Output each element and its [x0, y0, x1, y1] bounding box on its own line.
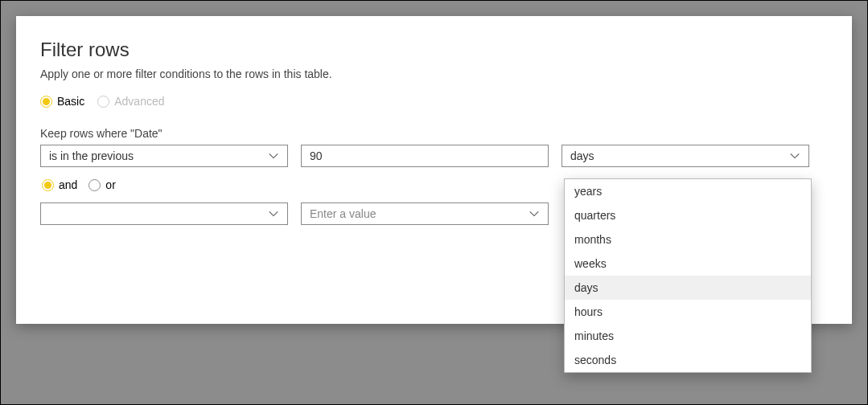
operator-select-2[interactable] — [40, 202, 288, 225]
dialog-subtitle: Apply one or more filter conditions to t… — [40, 68, 828, 80]
unit-select-1-value: days — [570, 149, 594, 162]
dialog-title: Filter rows — [40, 39, 828, 61]
chevron-down-icon — [268, 208, 279, 219]
mode-selector: Basic Advanced — [40, 95, 828, 108]
chevron-down-icon — [529, 208, 540, 219]
mode-advanced-radio[interactable]: Advanced — [97, 95, 164, 108]
value-input-2-placeholder: Enter a value — [310, 207, 376, 220]
radio-icon — [88, 179, 101, 191]
logical-and-radio[interactable]: and — [42, 178, 77, 191]
logical-or-radio[interactable]: or — [88, 178, 115, 191]
radio-icon — [40, 96, 52, 108]
logical-or-label: or — [105, 178, 115, 191]
radio-icon — [97, 96, 109, 108]
unit-option-weeks[interactable]: weeks — [565, 252, 811, 276]
operator-select-1[interactable]: is in the previous — [40, 145, 288, 167]
value-input-2[interactable]: Enter a value — [301, 202, 549, 225]
radio-icon — [42, 179, 54, 191]
keep-rows-label: Keep rows where "Date" — [40, 127, 828, 140]
mode-basic-label: Basic — [57, 95, 84, 108]
unit-dropdown-menu: yearsquartersmonthsweeksdayshoursminutes… — [564, 178, 812, 373]
chevron-down-icon — [268, 150, 279, 162]
value-input-1-wrapper — [301, 145, 549, 167]
logical-and-label: and — [59, 178, 77, 191]
unit-option-months[interactable]: months — [565, 227, 811, 252]
unit-option-days[interactable]: days — [565, 276, 811, 300]
value-input-1[interactable] — [310, 149, 540, 162]
unit-option-seconds[interactable]: seconds — [565, 348, 811, 372]
mode-basic-radio[interactable]: Basic — [40, 95, 84, 108]
unit-option-quarters[interactable]: quarters — [565, 203, 811, 227]
operator-select-1-value: is in the previous — [49, 149, 134, 162]
unit-option-years[interactable]: years — [565, 179, 811, 203]
mode-advanced-label: Advanced — [114, 95, 164, 108]
unit-select-1[interactable]: days — [562, 145, 809, 167]
unit-option-hours[interactable]: hours — [565, 300, 811, 324]
unit-option-minutes[interactable]: minutes — [565, 324, 811, 348]
filter-condition-row-1: is in the previous days — [40, 145, 828, 167]
chevron-down-icon — [789, 150, 800, 162]
